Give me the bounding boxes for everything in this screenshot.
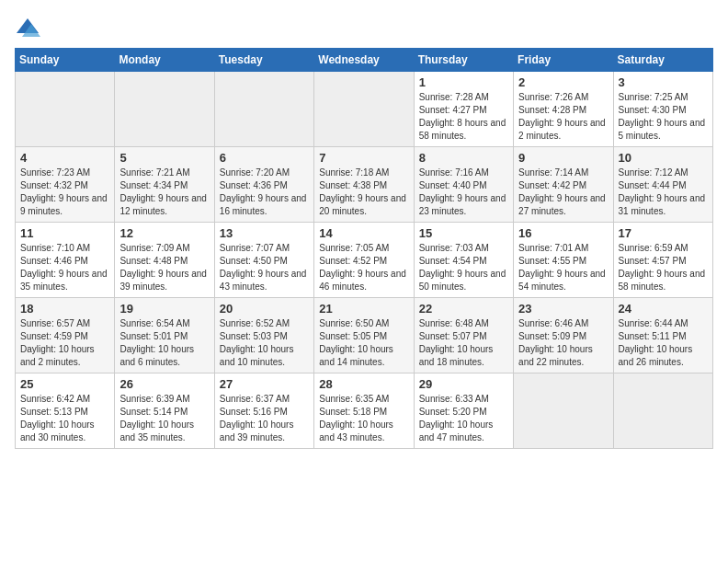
cell-info: Sunrise: 7:09 AM Sunset: 4:48 PM Dayligh…	[119, 242, 209, 293]
calendar-header-row: SundayMondayTuesdayWednesdayThursdayFrid…	[16, 49, 713, 72]
day-number: 5	[119, 151, 209, 165]
day-number: 19	[119, 302, 209, 316]
cell-info: Sunrise: 6:52 AM Sunset: 5:03 PM Dayligh…	[220, 317, 309, 369]
day-number: 29	[419, 377, 508, 391]
day-number: 7	[319, 151, 408, 165]
cell-info: Sunrise: 7:21 AM Sunset: 4:34 PM Dayligh…	[119, 167, 209, 218]
cell-info: Sunrise: 7:18 AM Sunset: 4:38 PM Dayligh…	[319, 167, 408, 218]
day-number: 2	[518, 75, 608, 89]
calendar-day-header: Saturday	[613, 49, 712, 72]
cell-info: Sunrise: 7:07 AM Sunset: 4:50 PM Dayligh…	[220, 242, 309, 293]
cell-info: Sunrise: 7:01 AM Sunset: 4:55 PM Dayligh…	[518, 242, 608, 293]
day-number: 21	[319, 302, 408, 316]
day-number: 9	[518, 151, 608, 165]
calendar-cell	[514, 373, 613, 449]
calendar-cell: 9Sunrise: 7:14 AM Sunset: 4:42 PM Daylig…	[514, 147, 613, 223]
calendar-cell	[613, 373, 712, 449]
calendar-cell: 8Sunrise: 7:16 AM Sunset: 4:40 PM Daylig…	[414, 147, 513, 223]
cell-info: Sunrise: 6:48 AM Sunset: 5:07 PM Dayligh…	[419, 317, 508, 369]
calendar-cell: 2Sunrise: 7:26 AM Sunset: 4:28 PM Daylig…	[514, 72, 613, 147]
cell-info: Sunrise: 7:05 AM Sunset: 4:52 PM Dayligh…	[319, 242, 408, 293]
day-number: 13	[220, 226, 309, 240]
calendar-table: SundayMondayTuesdayWednesdayThursdayFrid…	[15, 48, 713, 449]
cell-info: Sunrise: 7:20 AM Sunset: 4:36 PM Dayligh…	[220, 167, 309, 218]
cell-info: Sunrise: 6:46 AM Sunset: 5:09 PM Dayligh…	[518, 317, 608, 369]
calendar-week-row: 1Sunrise: 7:28 AM Sunset: 4:27 PM Daylig…	[16, 72, 713, 147]
cell-info: Sunrise: 6:37 AM Sunset: 5:16 PM Dayligh…	[220, 393, 309, 444]
calendar-cell: 14Sunrise: 7:05 AM Sunset: 4:52 PM Dayli…	[314, 223, 414, 298]
calendar-cell: 22Sunrise: 6:48 AM Sunset: 5:07 PM Dayli…	[414, 298, 513, 373]
calendar-cell: 21Sunrise: 6:50 AM Sunset: 5:05 PM Dayli…	[314, 298, 414, 373]
cell-info: Sunrise: 7:10 AM Sunset: 4:46 PM Dayligh…	[20, 242, 109, 293]
cell-info: Sunrise: 6:57 AM Sunset: 4:59 PM Dayligh…	[20, 317, 109, 369]
calendar-cell: 13Sunrise: 7:07 AM Sunset: 4:50 PM Dayli…	[214, 223, 313, 298]
day-number: 25	[20, 377, 109, 391]
cell-info: Sunrise: 6:59 AM Sunset: 4:57 PM Dayligh…	[619, 242, 708, 293]
calendar-cell: 18Sunrise: 6:57 AM Sunset: 4:59 PM Dayli…	[16, 298, 115, 373]
cell-info: Sunrise: 7:26 AM Sunset: 4:28 PM Dayligh…	[518, 91, 608, 143]
cell-info: Sunrise: 7:14 AM Sunset: 4:42 PM Dayligh…	[518, 167, 608, 218]
day-number: 4	[20, 151, 109, 165]
cell-info: Sunrise: 7:25 AM Sunset: 4:30 PM Dayligh…	[619, 91, 708, 143]
day-number: 6	[220, 151, 309, 165]
calendar-day-header: Friday	[514, 49, 613, 72]
calendar-cell: 5Sunrise: 7:21 AM Sunset: 4:34 PM Daylig…	[115, 147, 214, 223]
cell-info: Sunrise: 7:28 AM Sunset: 4:27 PM Dayligh…	[419, 91, 508, 143]
day-number: 23	[518, 302, 608, 316]
day-number: 10	[619, 151, 708, 165]
calendar-cell: 23Sunrise: 6:46 AM Sunset: 5:09 PM Dayli…	[514, 298, 613, 373]
calendar-cell: 28Sunrise: 6:35 AM Sunset: 5:18 PM Dayli…	[314, 373, 414, 449]
day-number: 14	[319, 226, 408, 240]
calendar-week-row: 18Sunrise: 6:57 AM Sunset: 4:59 PM Dayli…	[16, 298, 713, 373]
calendar-day-header: Sunday	[16, 49, 115, 72]
cell-info: Sunrise: 7:23 AM Sunset: 4:32 PM Dayligh…	[20, 167, 109, 218]
calendar-cell	[314, 72, 414, 147]
calendar-cell: 19Sunrise: 6:54 AM Sunset: 5:01 PM Dayli…	[115, 298, 214, 373]
day-number: 28	[319, 377, 408, 391]
calendar-cell: 29Sunrise: 6:33 AM Sunset: 5:20 PM Dayli…	[414, 373, 513, 449]
cell-info: Sunrise: 7:03 AM Sunset: 4:54 PM Dayligh…	[419, 242, 508, 293]
calendar-cell: 17Sunrise: 6:59 AM Sunset: 4:57 PM Dayli…	[613, 223, 712, 298]
day-number: 17	[619, 226, 708, 240]
day-number: 27	[220, 377, 309, 391]
calendar-cell: 1Sunrise: 7:28 AM Sunset: 4:27 PM Daylig…	[414, 72, 513, 147]
calendar-cell: 6Sunrise: 7:20 AM Sunset: 4:36 PM Daylig…	[214, 147, 313, 223]
calendar-week-row: 25Sunrise: 6:42 AM Sunset: 5:13 PM Dayli…	[16, 373, 713, 449]
calendar-cell: 11Sunrise: 7:10 AM Sunset: 4:46 PM Dayli…	[16, 223, 115, 298]
calendar-cell	[16, 72, 115, 147]
cell-info: Sunrise: 6:54 AM Sunset: 5:01 PM Dayligh…	[119, 317, 209, 369]
calendar-day-header: Tuesday	[214, 49, 313, 72]
calendar-cell: 20Sunrise: 6:52 AM Sunset: 5:03 PM Dayli…	[214, 298, 313, 373]
logo-icon	[15, 15, 40, 40]
calendar-cell: 3Sunrise: 7:25 AM Sunset: 4:30 PM Daylig…	[613, 72, 712, 147]
day-number: 26	[119, 377, 209, 391]
calendar-body: 1Sunrise: 7:28 AM Sunset: 4:27 PM Daylig…	[16, 72, 713, 449]
day-number: 24	[619, 302, 708, 316]
day-number: 12	[119, 226, 209, 240]
calendar-cell: 4Sunrise: 7:23 AM Sunset: 4:32 PM Daylig…	[16, 147, 115, 223]
calendar-cell: 10Sunrise: 7:12 AM Sunset: 4:44 PM Dayli…	[613, 147, 712, 223]
day-number: 15	[419, 226, 508, 240]
day-number: 16	[518, 226, 608, 240]
calendar-cell: 26Sunrise: 6:39 AM Sunset: 5:14 PM Dayli…	[115, 373, 214, 449]
cell-info: Sunrise: 6:39 AM Sunset: 5:14 PM Dayligh…	[119, 393, 209, 444]
cell-info: Sunrise: 6:44 AM Sunset: 5:11 PM Dayligh…	[619, 317, 708, 369]
calendar-cell	[214, 72, 313, 147]
day-number: 8	[419, 151, 508, 165]
header	[15, 15, 713, 40]
day-number: 22	[419, 302, 508, 316]
calendar-cell	[115, 72, 214, 147]
calendar-cell: 27Sunrise: 6:37 AM Sunset: 5:16 PM Dayli…	[214, 373, 313, 449]
cell-info: Sunrise: 6:35 AM Sunset: 5:18 PM Dayligh…	[319, 393, 408, 444]
calendar-day-header: Monday	[115, 49, 214, 72]
cell-info: Sunrise: 7:16 AM Sunset: 4:40 PM Dayligh…	[419, 167, 508, 218]
calendar-week-row: 4Sunrise: 7:23 AM Sunset: 4:32 PM Daylig…	[16, 147, 713, 223]
calendar-cell: 12Sunrise: 7:09 AM Sunset: 4:48 PM Dayli…	[115, 223, 214, 298]
calendar-cell: 16Sunrise: 7:01 AM Sunset: 4:55 PM Dayli…	[514, 223, 613, 298]
day-number: 20	[220, 302, 309, 316]
cell-info: Sunrise: 7:12 AM Sunset: 4:44 PM Dayligh…	[619, 167, 708, 218]
calendar-cell: 7Sunrise: 7:18 AM Sunset: 4:38 PM Daylig…	[314, 147, 414, 223]
cell-info: Sunrise: 6:50 AM Sunset: 5:05 PM Dayligh…	[319, 317, 408, 369]
day-number: 18	[20, 302, 109, 316]
cell-info: Sunrise: 6:33 AM Sunset: 5:20 PM Dayligh…	[419, 393, 508, 444]
